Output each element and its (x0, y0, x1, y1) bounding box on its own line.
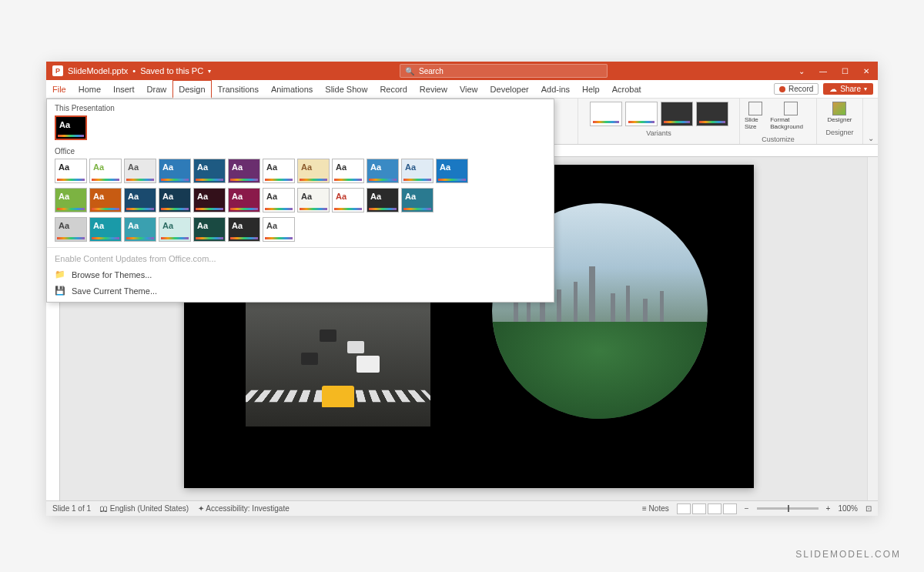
tab-review[interactable]: Review (413, 80, 454, 98)
theme-office-2[interactable]: Aa (124, 159, 156, 183)
designer-group: Designer Designer (816, 99, 862, 144)
tab-file[interactable]: File (46, 80, 72, 98)
theme-office-8[interactable]: Aa (332, 159, 364, 183)
theme-office-18[interactable]: Aa (263, 188, 295, 212)
browse-for-themes[interactable]: 📁 Browse for Themes... (47, 266, 554, 283)
customize-label: Customize (762, 135, 795, 143)
theme-office-11[interactable]: Aa (436, 159, 468, 183)
tab-insert[interactable]: Insert (107, 80, 141, 98)
save-current-theme[interactable]: 💾 Save Current Theme... (47, 283, 554, 299)
theme-office-16[interactable]: Aa (193, 188, 226, 212)
tab-view[interactable]: View (454, 80, 484, 98)
theme-office-5[interactable]: Aa (228, 159, 260, 183)
watermark: SLIDEMODEL.COM (795, 549, 901, 560)
title-separator: • (132, 66, 136, 75)
search-placeholder: Search (419, 67, 444, 75)
record-button[interactable]: Record (774, 83, 819, 95)
variant-2[interactable] (625, 102, 658, 126)
record-dot-icon (779, 86, 785, 92)
zoom-slider[interactable] (757, 507, 819, 510)
designer-button[interactable]: Designer (825, 100, 853, 125)
sorter-view-button[interactable] (692, 503, 706, 514)
slide-size-button[interactable]: Slide Size (743, 100, 767, 132)
minimize-button[interactable]: — (818, 67, 829, 75)
maximize-button[interactable]: ☐ (839, 67, 850, 75)
theme-office-28[interactable]: Aa (228, 217, 260, 242)
theme-office-22[interactable]: Aa (401, 188, 434, 212)
variant-1[interactable] (590, 102, 622, 126)
zoom-out-button[interactable]: − (745, 504, 749, 513)
zoom-in-button[interactable]: + (826, 504, 831, 513)
theme-office-7[interactable]: Aa (297, 159, 330, 183)
share-icon: ☁ (829, 85, 837, 93)
theme-office-29[interactable]: Aa (263, 217, 295, 242)
theme-office-3[interactable]: Aa (159, 159, 191, 183)
slide-size-icon (748, 102, 762, 115)
powerpoint-window: P SlideModel.pptx • Saved to this PC ▾ 🔍… (46, 62, 878, 516)
theme-office-17[interactable]: Aa (228, 188, 260, 212)
fit-to-window-button[interactable]: ⊡ (865, 504, 872, 513)
view-buttons (677, 503, 737, 514)
theme-office-12[interactable]: Aa (55, 188, 87, 212)
theme-office-25[interactable]: Aa (124, 217, 156, 242)
folder-icon: 📁 (55, 269, 65, 279)
theme-office-27[interactable]: Aa (193, 217, 226, 242)
tab-transitions[interactable]: Transitions (212, 80, 265, 98)
tab-design[interactable]: Design (172, 80, 211, 99)
collapse-ribbon-button[interactable]: ⌄ (862, 99, 878, 144)
theme-office-10[interactable]: Aa (401, 159, 434, 183)
theme-office-14[interactable]: Aa (124, 188, 156, 212)
search-input[interactable]: 🔍 Search (400, 64, 608, 78)
status-bar: Slide 1 of 1 🕮 English (United States) ✦… (46, 500, 878, 516)
themes-dropdown-panel: This Presentation Aa Office AaAaAaAaAaAa… (46, 99, 554, 303)
tab-acrobat[interactable]: Acrobat (606, 80, 648, 98)
theme-office-19[interactable]: Aa (297, 188, 330, 212)
slideshow-view-button[interactable] (723, 503, 737, 514)
office-themes-grid: AaAaAaAaAaAaAaAaAaAaAaAaAaAaAaAaAaAaAaAa… (47, 159, 554, 244)
theme-office-4[interactable]: Aa (193, 159, 226, 183)
theme-office-0[interactable]: Aa (55, 159, 87, 183)
variant-4[interactable] (696, 102, 728, 126)
theme-office-23[interactable]: Aa (55, 217, 87, 242)
zoom-level[interactable]: 100% (838, 504, 858, 513)
designer-group-label: Designer (825, 129, 853, 136)
tab-home[interactable]: Home (72, 80, 107, 98)
notes-button[interactable]: ≡ Notes (642, 504, 669, 513)
theme-office-1[interactable]: Aa (89, 159, 122, 183)
language-indicator[interactable]: 🕮 English (United States) (100, 504, 189, 513)
reading-view-button[interactable] (708, 503, 721, 514)
theme-color-swatch (58, 135, 84, 137)
theme-office-15[interactable]: Aa (159, 188, 191, 212)
ribbon-display-icon[interactable]: ⌄ (796, 67, 807, 75)
slide-counter[interactable]: Slide 1 of 1 (52, 504, 91, 513)
close-button[interactable]: ✕ (861, 67, 872, 75)
designer-icon (832, 102, 846, 115)
variant-3[interactable] (661, 102, 693, 126)
variants-group: Variants (578, 99, 739, 144)
tab-record[interactable]: Record (373, 80, 413, 98)
normal-view-button[interactable] (677, 503, 691, 514)
share-button[interactable]: ☁ Share ▾ (823, 83, 873, 95)
save-state[interactable]: Saved to this PC (140, 66, 203, 75)
theme-office-24[interactable]: Aa (89, 217, 122, 242)
tab-developer[interactable]: Developer (484, 80, 535, 98)
theme-office-9[interactable]: Aa (367, 159, 399, 183)
theme-office-6[interactable]: Aa (263, 159, 295, 183)
theme-office-26[interactable]: Aa (159, 217, 191, 242)
accessibility-indicator[interactable]: ✦ Accessibility: Investigate (198, 504, 290, 513)
tab-animations[interactable]: Animations (265, 80, 319, 98)
themes-section-office: Office (47, 142, 554, 159)
theme-current[interactable]: Aa (55, 115, 87, 140)
tab-draw[interactable]: Draw (141, 80, 173, 98)
tab-addins[interactable]: Add-ins (535, 80, 576, 98)
themes-gallery-area: This Presentation Aa Office AaAaAaAaAaAa… (46, 99, 578, 144)
tab-slideshow[interactable]: Slide Show (319, 80, 373, 98)
theme-office-21[interactable]: Aa (367, 188, 399, 212)
theme-office-20[interactable]: Aa (332, 188, 364, 212)
format-background-button[interactable]: Format Background (768, 100, 813, 132)
tab-help[interactable]: Help (576, 80, 606, 98)
ribbon-body: This Presentation Aa Office AaAaAaAaAaAa… (46, 99, 878, 145)
document-filename: SlideModel.pptx (68, 66, 128, 75)
vertical-scrollbar[interactable] (867, 157, 878, 500)
theme-office-13[interactable]: Aa (89, 188, 122, 212)
